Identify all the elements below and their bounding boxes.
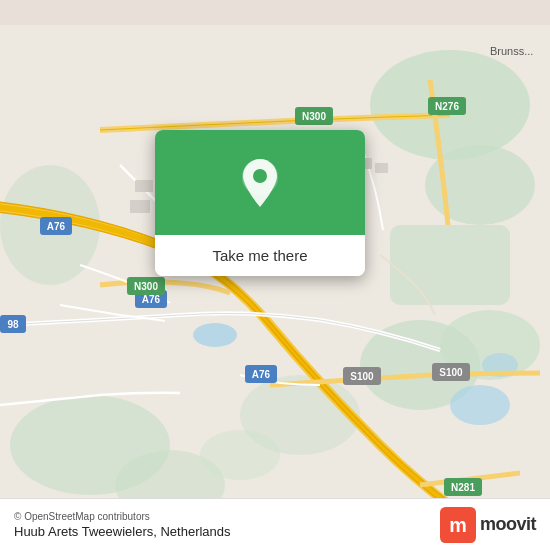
take-me-there-button[interactable]: Take me there [155, 235, 365, 276]
moovit-logo-icon: m [440, 507, 476, 543]
svg-rect-14 [135, 180, 153, 192]
svg-point-10 [200, 430, 280, 480]
svg-text:S100: S100 [350, 371, 374, 382]
moovit-text: moovit [480, 514, 536, 535]
popup-card: Take me there [155, 130, 365, 276]
svg-text:N281: N281 [451, 482, 475, 493]
bottom-bar: © OpenStreetMap contributors Huub Arets … [0, 498, 550, 550]
popup-green-area [155, 130, 365, 235]
location-name-text: Huub Arets Tweewielers, Netherlands [14, 524, 231, 539]
svg-text:Brunss...: Brunss... [490, 45, 533, 57]
svg-text:A76: A76 [47, 221, 66, 232]
svg-point-50 [253, 169, 267, 183]
svg-point-12 [450, 385, 510, 425]
svg-rect-18 [130, 200, 150, 213]
svg-rect-27 [375, 163, 388, 173]
bottom-bar-left: © OpenStreetMap contributors Huub Arets … [14, 511, 231, 539]
map-container: A76 A76 A76 N300 N300 N276 S100 S100 N28… [0, 0, 550, 550]
attribution-text: © OpenStreetMap contributors [14, 511, 231, 522]
svg-text:m: m [449, 514, 467, 536]
svg-text:S100: S100 [439, 367, 463, 378]
svg-text:98: 98 [7, 319, 19, 330]
svg-rect-3 [390, 225, 510, 305]
svg-text:A76: A76 [142, 294, 161, 305]
svg-text:N276: N276 [435, 101, 459, 112]
location-pin-icon [238, 157, 282, 209]
svg-text:A76: A76 [252, 369, 271, 380]
svg-text:N300: N300 [134, 281, 158, 292]
svg-point-11 [193, 323, 237, 347]
svg-text:N300: N300 [302, 111, 326, 122]
moovit-logo: m moovit [440, 507, 536, 543]
